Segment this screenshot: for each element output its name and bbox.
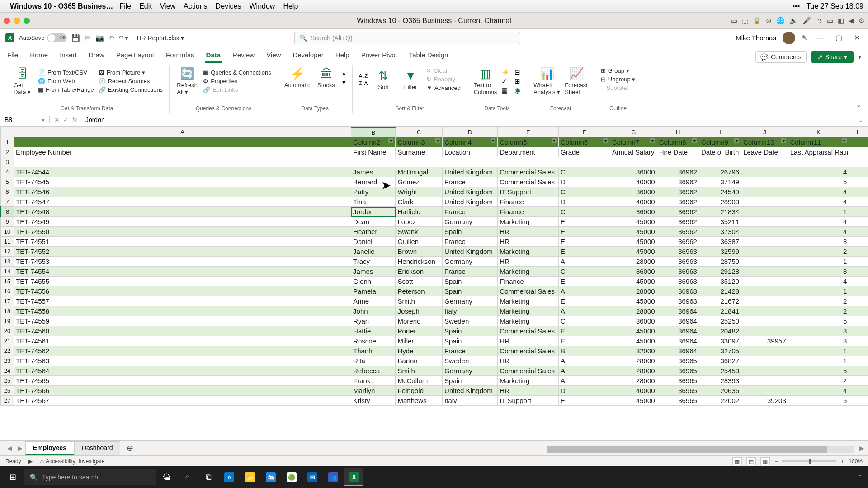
cell[interactable]: Pamela [351, 286, 396, 296]
cell[interactable]: 45000 [610, 296, 657, 306]
cell[interactable] [849, 316, 868, 326]
sort-za-icon[interactable]: Z↓A [359, 80, 368, 86]
cell[interactable] [849, 286, 868, 296]
cell[interactable]: 21834 [699, 207, 741, 217]
cell[interactable] [741, 217, 788, 227]
zoom-level[interactable]: 100% [849, 458, 863, 465]
table-header[interactable]: Column3▾ [396, 137, 443, 147]
mic-icon[interactable]: 🎤 [802, 17, 811, 25]
search-input[interactable]: 🔍 Search (Alt+Q) [294, 32, 520, 44]
chrome-icon[interactable]: 🟢 [282, 468, 301, 486]
cell[interactable]: Wright [396, 187, 443, 197]
cell[interactable]: B [559, 346, 610, 356]
col-header-J[interactable]: J [741, 127, 788, 137]
formula-input[interactable]: Jordon [82, 116, 854, 123]
cell[interactable]: TET-74566 [14, 386, 351, 396]
menu-extras-icon[interactable]: ••• [793, 2, 800, 10]
cell[interactable]: 45000 [610, 227, 657, 237]
cell[interactable]: Spain [443, 286, 498, 296]
cell[interactable]: 36963 [657, 286, 699, 296]
tray-chevron-icon[interactable]: ˄ [859, 474, 862, 481]
cell[interactable]: 36964 [657, 326, 699, 336]
cell[interactable]: TET-74550 [14, 227, 351, 237]
cell[interactable]: HR [498, 336, 559, 346]
cell[interactable]: TET-74564 [14, 366, 351, 376]
cell[interactable]: 40000 [610, 386, 657, 396]
cell[interactable]: 28000 [610, 366, 657, 376]
cell[interactable]: 4 [788, 187, 849, 197]
cell[interactable]: Lopez [396, 217, 443, 227]
cell[interactable] [741, 227, 788, 237]
cell[interactable]: Spain [443, 336, 498, 346]
table-header[interactable]: Column7▾ [610, 137, 657, 147]
cell[interactable]: 35211 [699, 217, 741, 227]
cell[interactable] [741, 376, 788, 386]
cell[interactable]: A [559, 257, 610, 267]
cell[interactable]: 36963 [657, 277, 699, 286]
row-header[interactable]: 2 [1, 147, 14, 157]
tab-view[interactable]: View [265, 48, 282, 63]
cell[interactable] [849, 376, 868, 386]
cell[interactable]: Matthews [396, 396, 443, 406]
from-picture[interactable]: 🖼 From Picture ▾ [99, 69, 163, 76]
cell[interactable]: Spain [443, 227, 498, 237]
speaker-icon[interactable]: 🔈 [789, 17, 798, 25]
cell[interactable]: Brown [396, 247, 443, 257]
app-name[interactable]: Windows 10 - O365 Busines… [10, 2, 113, 10]
cell[interactable]: Hyde [396, 346, 443, 356]
cell[interactable]: 36962 [657, 207, 699, 217]
table-header[interactable]: Column8▾ [657, 137, 699, 147]
cell[interactable]: E [559, 336, 610, 346]
tool-icon[interactable]: ✓ [501, 77, 510, 85]
row-header[interactable]: 8 [1, 207, 14, 217]
cell[interactable]: Annual Salary [610, 147, 657, 157]
cell[interactable]: 2 [788, 306, 849, 316]
cell[interactable]: 1 [788, 207, 849, 217]
cell[interactable]: D [559, 197, 610, 207]
row-header[interactable]: 22 [1, 346, 14, 356]
cell[interactable]: Erickson [396, 267, 443, 277]
cell[interactable]: McCollum [396, 376, 443, 386]
cell[interactable]: 28903 [699, 197, 741, 207]
cell[interactable]: 35120 [699, 277, 741, 286]
cell[interactable]: 36965 [657, 386, 699, 396]
cell[interactable]: Joseph [396, 306, 443, 316]
cell[interactable] [849, 386, 868, 396]
sort-button[interactable]: ⇅Sort [372, 69, 395, 90]
cell[interactable] [849, 217, 868, 227]
cell[interactable]: 2 [788, 376, 849, 386]
cell[interactable]: Marketing [498, 247, 559, 257]
cell[interactable]: E [559, 326, 610, 336]
cell[interactable]: D [559, 386, 610, 396]
cell[interactable]: 36963 [657, 296, 699, 306]
tab-file[interactable]: File [6, 48, 19, 63]
cell[interactable]: 36965 [657, 366, 699, 376]
cell[interactable]: 36965 [657, 376, 699, 386]
cell[interactable]: Finance [498, 277, 559, 286]
cell[interactable] [849, 296, 868, 306]
cell[interactable]: E [559, 277, 610, 286]
cell[interactable]: United Kingdom [443, 187, 498, 197]
cell[interactable]: Finance [498, 207, 559, 217]
cell[interactable]: HR [498, 386, 559, 396]
datatype-nav[interactable]: ▴ [342, 69, 346, 77]
cell[interactable]: E [559, 237, 610, 247]
row-header[interactable]: 5 [1, 177, 14, 187]
cell[interactable]: Barton [396, 356, 443, 366]
cell[interactable]: HR [498, 237, 559, 247]
cell[interactable]: Clark [396, 197, 443, 207]
row-header[interactable]: 17 [1, 296, 14, 306]
cell[interactable]: 36963 [657, 267, 699, 277]
qat-icon[interactable]: ▤ [85, 34, 91, 42]
cell[interactable]: 32705 [699, 346, 741, 356]
cell[interactable] [741, 346, 788, 356]
cell[interactable]: France [443, 346, 498, 356]
start-button[interactable]: ⊞ [3, 468, 23, 486]
cell[interactable] [849, 227, 868, 237]
cell[interactable]: Spain [443, 376, 498, 386]
vm-icon[interactable]: ▭ [731, 17, 737, 25]
cell[interactable] [741, 197, 788, 207]
cell[interactable]: TET-74558 [14, 306, 351, 316]
row-header[interactable]: 16 [1, 286, 14, 296]
cell[interactable]: 28000 [610, 257, 657, 267]
